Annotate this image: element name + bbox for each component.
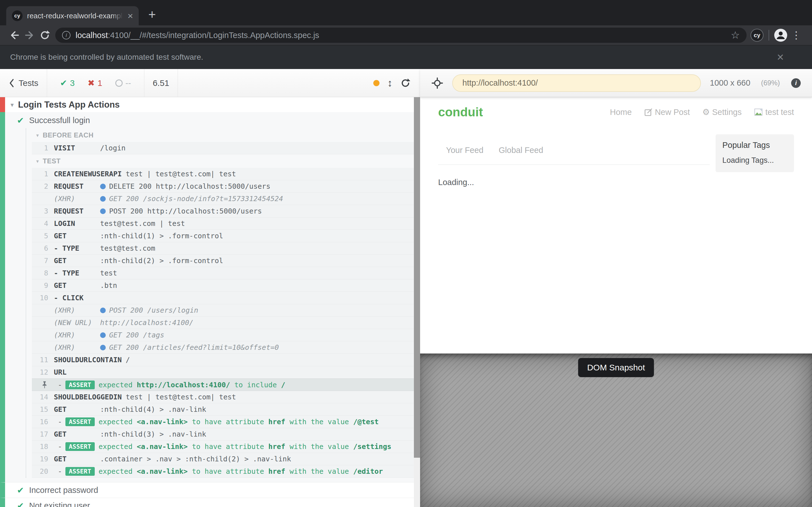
banner-close-icon[interactable]: × — [777, 51, 784, 63]
command-row[interactable]: 2REQUESTDELETE 200 http://localhost:5000… — [32, 180, 414, 193]
browser-toolbar: i localhost:4100/__/#/tests/integration/… — [0, 25, 812, 45]
cypress-runner: Tests ✔ 3 ✖ 1 -- 6.51 — [0, 69, 812, 507]
stage-panel: http://localhost:4100/ 1000 x 660 (69%) … — [420, 69, 812, 507]
command-row[interactable]: 16-ASSERTexpected <a.nav-link> to have a… — [32, 416, 414, 428]
suite-collapse-icon[interactable]: ▾ — [11, 101, 13, 108]
command-message: :nth-child(2) > .form-control — [100, 257, 223, 265]
gear-icon: ⚙ — [702, 108, 710, 116]
command-row[interactable]: 9GET.btn — [32, 279, 414, 292]
command-row[interactable]: 17GET:nth-child(3) > .nav-link — [32, 428, 414, 441]
site-info-icon[interactable]: i — [62, 31, 70, 40]
command-row[interactable]: (XHR)GET 200 /articles/feed?limit=10&off… — [32, 341, 414, 354]
command-row[interactable]: (NEW URL)http://localhost:4100/ — [32, 317, 414, 329]
bookmark-star-icon[interactable]: ☆ — [731, 30, 740, 40]
command-row[interactable]: 18-ASSERTexpected <a.nav-link> to have a… — [32, 441, 414, 453]
command-method: GET — [54, 430, 96, 438]
test-title-row[interactable]: ✔ Successfull login — [5, 112, 414, 128]
cypress-favicon: cy — [12, 10, 22, 21]
pin-icon[interactable] — [32, 381, 48, 389]
command-number: 10 — [32, 294, 48, 302]
scroll-updown-icon[interactable]: ↕ — [388, 77, 393, 89]
command-number: 7 — [32, 257, 48, 265]
command-row[interactable]: 3REQUESTPOST 200 http://localhost:5000/u… — [32, 205, 414, 217]
profile-avatar-icon[interactable] — [774, 29, 787, 42]
command-row[interactable]: 1VISIT/login — [32, 142, 414, 154]
assert-dash: - — [58, 443, 62, 451]
browser-tab-strip: cy react-redux-realworld-example × + — [0, 0, 812, 25]
section-collapse-icon[interactable]: ▾ — [36, 159, 39, 164]
section-test[interactable]: ▾ TEST — [36, 154, 414, 168]
command-row[interactable]: -ASSERTexpected http://localhost:4100/ t… — [32, 379, 414, 391]
new-tab-button[interactable]: + — [148, 8, 156, 21]
command-message: :nth-child(1) > .form-control — [100, 232, 223, 240]
command-message: test | test@test.com| test — [126, 393, 236, 401]
forward-icon[interactable] — [22, 27, 37, 43]
conduit-nav-home[interactable]: Home — [610, 108, 631, 117]
command-method: CREATENEWUSERAPI — [54, 170, 122, 178]
command-row[interactable]: 4LOGINtest@test.com | test — [32, 217, 414, 230]
command-number: 5 — [32, 232, 48, 240]
viewport-info-icon[interactable]: i — [791, 78, 801, 88]
conduit-nav-label: New Post — [655, 108, 690, 117]
command-row[interactable]: 7GET:nth-child(2) > .form-control — [32, 255, 414, 267]
command-method: GET — [54, 257, 96, 265]
command-row[interactable]: 5GET:nth-child(1) > .form-control — [32, 230, 414, 242]
reload-icon[interactable] — [37, 27, 52, 43]
browser-menu-icon[interactable]: ⋮ — [787, 30, 805, 40]
command-row[interactable]: 14SHOULDBELOGGEDINtest | test@test.com| … — [32, 391, 414, 403]
automation-banner-text: Chrome is being controlled by automated … — [10, 53, 203, 62]
section-before-each[interactable]: ▾ BEFORE EACH — [36, 128, 414, 142]
command-message: / — [126, 356, 130, 364]
conduit-nav-new-post[interactable]: New Post — [644, 108, 690, 117]
back-icon[interactable] — [7, 27, 22, 43]
duration-cell: 6.51 — [144, 69, 178, 97]
command-number: 3 — [32, 207, 48, 215]
command-message: expected <a.nav-link> to have attribute … — [99, 418, 378, 426]
collapsed-test-not-existing-user[interactable]: ✔Not existing user — [0, 498, 414, 507]
command-method: SHOULDBELOGGEDIN — [54, 393, 122, 401]
aut-url-field[interactable]: http://localhost:4100/ — [452, 74, 701, 92]
command-number: 14 — [32, 393, 48, 401]
conduit-nav-test-test[interactable]: test test — [754, 108, 794, 117]
selector-playground-icon[interactable] — [432, 77, 443, 89]
feed-tab-global-feed[interactable]: Global Feed — [499, 146, 543, 155]
reporter-scrollbar[interactable] — [414, 97, 420, 507]
conduit-brand[interactable]: conduit — [438, 105, 483, 119]
command-method: (NEW URL) — [54, 319, 96, 327]
command-row[interactable]: 6- TYPEtest@test.com — [32, 242, 414, 255]
command-message: :nth-child(3) > .nav-link — [100, 430, 206, 438]
collapsed-test-incorrect-password[interactable]: ✔Incorrect password — [0, 482, 414, 498]
browser-tab[interactable]: cy react-redux-realworld-example × — [6, 6, 139, 25]
back-to-tests-button[interactable]: Tests — [0, 69, 47, 97]
cypress-extension-badge[interactable]: cy — [751, 29, 763, 42]
section-collapse-icon[interactable]: ▾ — [36, 133, 39, 138]
command-row[interactable]: 19GET.container > .nav > :nth-child(2) >… — [32, 453, 414, 465]
suite-header[interactable]: ▾ Login Tests App Actions — [0, 97, 414, 112]
address-bar[interactable]: i localhost:4100/__/#/tests/integration/… — [55, 27, 747, 43]
conduit-nav-settings[interactable]: ⚙Settings — [702, 108, 742, 117]
command-row[interactable]: 11SHOULDURLCONTAIN/ — [32, 354, 414, 366]
command-row[interactable]: (XHR)POST 200 /users/login — [32, 304, 414, 317]
feed-tab-your-feed[interactable]: Your Feed — [446, 146, 484, 155]
suite-title: Login Tests App Actions — [18, 100, 120, 110]
command-row[interactable]: 10- CLICK — [32, 292, 414, 304]
command-row[interactable]: (XHR)GET 200 /tags — [32, 329, 414, 341]
network-request-dot-icon — [100, 184, 106, 189]
tab-close-icon[interactable]: × — [128, 11, 133, 20]
section-before-each-label: BEFORE EACH — [43, 131, 94, 139]
command-number: 8 — [32, 269, 48, 277]
stage-header: http://localhost:4100/ 1000 x 660 (69%) … — [420, 69, 812, 97]
conduit-nav-label: test test — [765, 108, 794, 117]
command-row[interactable]: 1CREATENEWUSERAPItest | test@test.com| t… — [32, 168, 414, 180]
conduit-header: conduit HomeNew Post⚙Settingstest test — [438, 105, 794, 119]
autoscroll-dot-icon[interactable] — [373, 80, 379, 86]
command-row[interactable]: 8- TYPEtest — [32, 267, 414, 279]
command-row[interactable]: 12URL — [32, 366, 414, 379]
rerun-tests-icon[interactable] — [400, 78, 410, 88]
command-row[interactable]: (XHR)GET 200 /sockjs-node/info?t=1573312… — [32, 193, 414, 205]
command-log: ▾ BEFORE EACH 1VISIT/login ▾ TEST 1CREAT… — [26, 128, 414, 478]
network-request-dot-icon — [100, 307, 106, 313]
command-row[interactable]: 15GET:nth-child(4) > .nav-link — [32, 403, 414, 416]
command-row[interactable]: 20-ASSERTexpected <a.nav-link> to have a… — [32, 465, 414, 478]
scrollbar-thumb[interactable] — [414, 97, 420, 458]
